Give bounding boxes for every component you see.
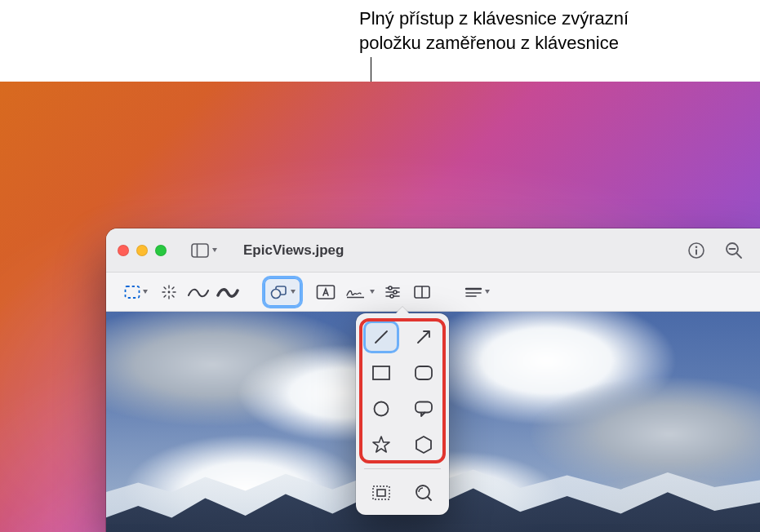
- callout-text: Plný přístup z klávesnice zvýrazní polož…: [359, 7, 735, 55]
- crop-icon: [413, 285, 431, 299]
- arrow-icon: [414, 327, 433, 347]
- callout-line2: položku zaměřenou z klávesnice: [359, 31, 735, 55]
- svg-rect-4: [696, 249, 697, 255]
- sign-tool-button[interactable]: [341, 278, 377, 306]
- svg-point-37: [375, 402, 389, 416]
- selection-tool-button[interactable]: [118, 278, 153, 306]
- draw-icon: [187, 285, 210, 299]
- callout-line1: Plný přístup z klávesnice zvýrazní: [359, 7, 735, 31]
- selection-icon: [124, 285, 140, 299]
- chevron-down-icon: [370, 290, 375, 294]
- shape-polygon-button[interactable]: [408, 431, 439, 459]
- shapes-icon: [270, 285, 288, 299]
- polygon-icon: [413, 435, 434, 454]
- svg-rect-36: [416, 366, 432, 379]
- annotate-description-button[interactable]: [459, 278, 495, 306]
- zoom-button[interactable]: [155, 245, 167, 256]
- markup-toolbar: [106, 273, 760, 312]
- shape-line-button[interactable]: [366, 323, 397, 351]
- svg-rect-40: [373, 486, 389, 499]
- mask-icon: [371, 484, 392, 502]
- adjust-color-button[interactable]: [379, 278, 407, 306]
- preview-window: EpicViews.jpeg: [106, 228, 760, 532]
- sidebar-toggle-button[interactable]: [184, 240, 224, 261]
- window-title: EpicViews.jpeg: [243, 242, 344, 259]
- svg-point-27: [390, 295, 393, 298]
- adjust-icon: [384, 285, 402, 299]
- loupe-icon: [413, 483, 434, 503]
- sign-icon: [344, 285, 367, 299]
- desktop-wallpaper: EpicViews.jpeg: [0, 82, 760, 532]
- shape-oval-button[interactable]: [366, 395, 397, 423]
- oval-icon: [371, 400, 392, 418]
- svg-rect-35: [373, 366, 389, 379]
- svg-rect-8: [125, 286, 139, 298]
- sidebar-icon: [191, 243, 209, 258]
- instant-alpha-icon: [161, 284, 177, 300]
- svg-line-13: [164, 287, 166, 289]
- svg-marker-39: [416, 437, 431, 453]
- sketch-icon: [216, 285, 239, 299]
- chevron-down-icon: [143, 290, 148, 294]
- shape-speech-button[interactable]: [408, 395, 439, 423]
- svg-point-23: [389, 286, 392, 290]
- info-icon: [687, 242, 705, 259]
- svg-line-33: [376, 331, 387, 343]
- shape-rectangle-button[interactable]: [366, 359, 397, 387]
- shape-arrow-button[interactable]: [408, 323, 439, 351]
- titlebar: EpicViews.jpeg: [106, 228, 760, 273]
- svg-line-15: [172, 287, 174, 289]
- traffic-lights: [118, 245, 167, 256]
- crop-tool-button[interactable]: [408, 278, 436, 306]
- shapes-tool-button[interactable]: [264, 278, 300, 306]
- shapes-popover: [356, 313, 449, 515]
- svg-line-34: [418, 332, 429, 343]
- close-button[interactable]: [118, 245, 129, 256]
- zoom-out-button[interactable]: [719, 236, 749, 265]
- text-icon: [316, 284, 336, 300]
- shape-rounded-rect-button[interactable]: [408, 359, 439, 387]
- rounded-rectangle-icon: [413, 364, 434, 382]
- svg-point-19: [271, 289, 280, 298]
- svg-point-17: [168, 290, 171, 293]
- chevron-down-icon: [485, 290, 490, 294]
- shape-star-button[interactable]: [366, 431, 397, 459]
- svg-line-6: [736, 253, 741, 258]
- text-tool-button[interactable]: [312, 278, 340, 306]
- svg-point-3: [696, 246, 698, 248]
- svg-line-16: [164, 295, 166, 297]
- shape-loupe-button[interactable]: [408, 479, 439, 507]
- instant-alpha-button[interactable]: [155, 278, 183, 306]
- chevron-down-icon: [212, 248, 217, 252]
- speech-bubble-icon: [413, 400, 434, 418]
- shape-mask-button[interactable]: [366, 479, 397, 507]
- description-icon: [464, 286, 482, 298]
- popover-divider: [364, 468, 441, 469]
- svg-rect-41: [377, 490, 385, 496]
- svg-rect-0: [192, 244, 208, 257]
- svg-point-25: [393, 290, 397, 294]
- minimize-button[interactable]: [136, 245, 148, 256]
- line-icon: [371, 327, 391, 347]
- draw-tool-button[interactable]: [184, 278, 212, 306]
- sketch-tool-button[interactable]: [214, 278, 242, 306]
- chevron-down-icon: [291, 290, 296, 294]
- svg-rect-38: [416, 402, 432, 413]
- svg-line-43: [428, 497, 431, 500]
- zoom-out-icon: [724, 241, 744, 260]
- star-icon: [371, 435, 392, 454]
- info-button[interactable]: [682, 236, 711, 265]
- svg-line-14: [172, 295, 174, 297]
- rectangle-icon: [371, 364, 392, 382]
